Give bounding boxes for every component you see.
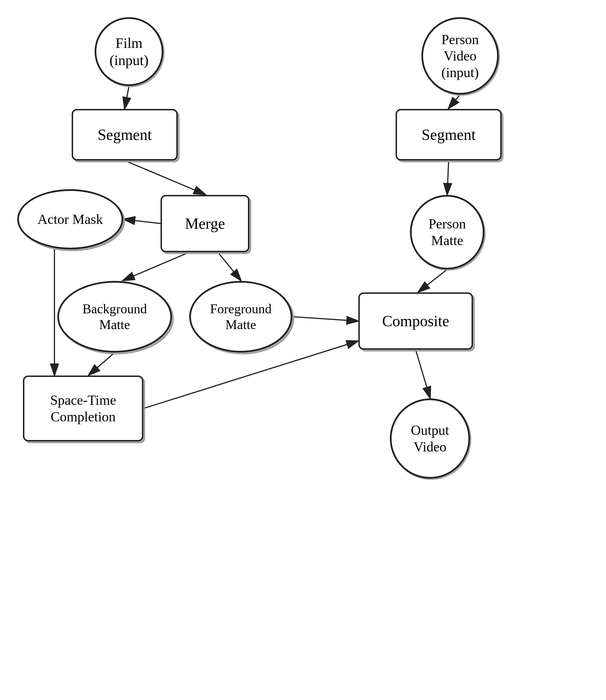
film-input-label: Film(input) [110,34,148,69]
segment-left-label: Segment [98,125,152,144]
svg-line-9 [293,317,358,321]
svg-line-6 [449,95,460,108]
actor-mask-label: Actor Mask [38,211,103,228]
svg-line-2 [125,161,205,194]
space-time-completion-node: Space-TimeCompletion [23,375,143,441]
output-video-node: OutputVideo [390,398,470,479]
foreground-matte-label: ForegroundMatte [210,301,272,332]
person-video-input-label: PersonVideo(input) [441,31,479,81]
person-video-input-node: PersonVideo(input) [421,17,499,95]
merge-label: Merge [185,214,225,233]
svg-line-7 [447,161,449,194]
background-matte-label: BackgroundMatte [83,301,147,332]
segment-left-node: Segment [72,109,178,161]
svg-line-1 [125,86,129,108]
foreground-matte-node: ForegroundMatte [189,281,293,353]
composite-node: Composite [358,293,473,350]
svg-line-13 [416,350,430,398]
composite-label: Composite [382,312,449,330]
actor-mask-node: Actor Mask [17,189,123,249]
output-video-label: OutputVideo [411,422,449,455]
merge-node: Merge [161,195,249,252]
arrows-svg [0,0,606,700]
background-matte-node: BackgroundMatte [57,281,172,353]
segment-right-node: Segment [396,109,502,161]
svg-line-3 [124,219,161,224]
svg-line-10 [89,353,115,375]
segment-right-label: Segment [422,125,476,144]
svg-line-4 [123,252,189,280]
space-time-completion-label: Space-TimeCompletion [50,392,116,425]
person-matte-node: PersonMatte [410,195,485,270]
person-matte-label: PersonMatte [428,215,466,249]
film-input-node: Film(input) [95,17,163,86]
diagram-container: Film(input) PersonVideo(input) Segment S… [0,0,606,700]
svg-line-8 [419,270,447,292]
svg-line-5 [218,252,241,280]
